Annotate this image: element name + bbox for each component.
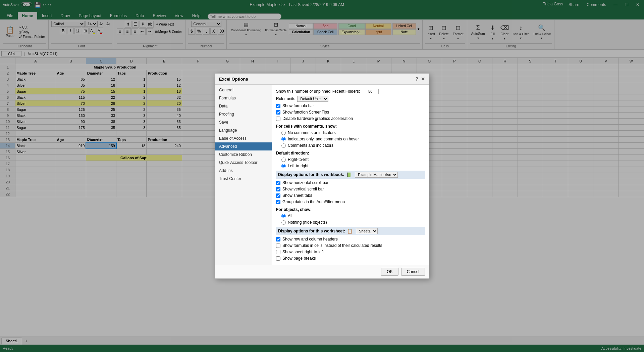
dialog-cancel-button[interactable]: Cancel: [401, 268, 425, 276]
show-sheet-rtl-label: Show sheet right-to-left: [282, 250, 324, 254]
show-page-breaks-checkbox[interactable]: [276, 256, 280, 261]
cells-comments-label: For cells with comments, show:: [276, 124, 425, 129]
unpinned-folders-label: Show this number of unpinned Recent Fold…: [276, 89, 360, 94]
comments-indicators-row: Comments and indicators: [276, 143, 425, 148]
show-sheet-tabs-checkbox[interactable]: [276, 193, 280, 198]
show-vertical-scroll-label: Show vertical scroll bar: [282, 187, 324, 191]
show-formula-bar-label: Show formula bar: [282, 103, 314, 108]
group-dates-checkbox[interactable]: [276, 200, 280, 204]
dialog-footer: OK Cancel: [215, 265, 429, 278]
show-row-col-headers-row: Show row and column headers: [276, 236, 425, 242]
disable-hardware-row: Disable hardware graphics acceleration: [276, 116, 425, 121]
unpinned-folders-input[interactable]: [362, 89, 379, 94]
dialog-title-bar: Excel Options ? ✕: [215, 74, 429, 85]
nav-proofing[interactable]: Proofing: [215, 110, 272, 118]
left-to-right-label: Left-to-right: [288, 164, 308, 168]
indicators-only-label: Indicators only, and comments on hover: [288, 137, 359, 141]
no-comments-label: No comments or indicators: [288, 130, 336, 135]
ruler-units-label: Ruler units: [276, 96, 295, 101]
group-dates-label: Group dates in the AutoFilter menu: [282, 200, 345, 204]
no-comments-radio[interactable]: [281, 131, 286, 135]
show-formulas-cells-label: Show formulas in cells instead of their …: [282, 243, 382, 248]
show-sheet-rtl-row: Show sheet right-to-left: [276, 249, 425, 255]
nav-trust-center[interactable]: Trust Center: [215, 175, 272, 183]
disable-hardware-checkbox[interactable]: [276, 117, 280, 121]
show-screentips-checkbox[interactable]: [276, 110, 280, 115]
worksheet-select[interactable]: Sheet1: [356, 228, 378, 234]
show-formulas-cells-checkbox[interactable]: [276, 244, 280, 248]
nav-save[interactable]: Save: [215, 118, 272, 126]
objects-all-row: All: [276, 213, 425, 219]
excel-options-dialog: Excel Options ? ✕ General Formulas Data …: [215, 73, 429, 279]
indicators-only-radio[interactable]: [281, 137, 286, 141]
display-workbook-header: Display options for this workbook: 📗 Exa…: [276, 171, 425, 179]
show-page-breaks-row: Show page breaks: [276, 256, 425, 261]
show-screentips-label: Show function ScreenTips: [282, 110, 329, 115]
group-dates-row: Group dates in the AutoFilter menu: [276, 199, 425, 205]
show-horizontal-scroll-checkbox[interactable]: [276, 181, 280, 185]
show-horizontal-scroll-row: Show horizontal scroll bar: [276, 180, 425, 185]
nav-formulas[interactable]: Formulas: [215, 94, 272, 102]
worksheet-icon: 📋: [347, 229, 353, 234]
show-formula-bar-row: Show formula bar: [276, 103, 425, 108]
show-screentips-row: Show function ScreenTips: [276, 109, 425, 115]
nav-advanced[interactable]: Advanced: [215, 142, 272, 150]
indicators-only-row: Indicators only, and comments on hover: [276, 136, 425, 142]
workbook-select[interactable]: Example Maple.xlsx: [355, 172, 398, 178]
show-page-breaks-label: Show page breaks: [282, 256, 316, 261]
nav-add-ins[interactable]: Add-ins: [215, 167, 272, 175]
dialog-help-button[interactable]: ?: [415, 76, 418, 82]
display-workbook-label: Display options for this workbook:: [278, 172, 344, 177]
unpinned-folders-row: Show this number of unpinned Recent Fold…: [276, 88, 425, 94]
ruler-units-select[interactable]: Default Units: [297, 96, 328, 102]
dialog-content: Show this number of unpinned Recent Fold…: [272, 85, 429, 265]
display-worksheet-label: Display options for this worksheet:: [278, 229, 345, 233]
nav-quick-access[interactable]: Quick Access Toolbar: [215, 159, 272, 167]
ruler-units-row: Ruler units Default Units: [276, 95, 425, 102]
show-sheet-tabs-row: Show sheet tabs: [276, 193, 425, 198]
display-worksheet-header: Display options for this worksheet: 📋 Sh…: [276, 227, 425, 235]
show-sheet-tabs-label: Show sheet tabs: [282, 193, 312, 198]
default-direction-label: Default direction:: [276, 151, 425, 156]
objects-show-label: For objects, show:: [276, 207, 425, 212]
show-formulas-cells-row: Show formulas in cells instead of their …: [276, 243, 425, 248]
dialog-sidebar: General Formulas Data Proofing Save Lang…: [215, 85, 272, 265]
dialog-ok-button[interactable]: OK: [381, 268, 398, 276]
show-row-col-headers-checkbox[interactable]: [276, 237, 280, 241]
right-to-left-radio[interactable]: [281, 158, 286, 162]
dialog-body: General Formulas Data Proofing Save Lang…: [215, 85, 429, 265]
nav-data[interactable]: Data: [215, 102, 272, 110]
objects-nothing-row: Nothing (hide objects): [276, 220, 425, 225]
workbook-icon: 📗: [346, 172, 352, 177]
modal-overlay: Excel Options ? ✕ General Formulas Data …: [0, 0, 644, 352]
disable-hardware-label: Disable hardware graphics acceleration: [282, 116, 353, 121]
comments-indicators-radio[interactable]: [281, 143, 286, 148]
left-to-right-row: Left-to-right: [276, 163, 425, 169]
show-vertical-scroll-row: Show vertical scroll bar: [276, 186, 425, 192]
nav-language[interactable]: Language: [215, 126, 272, 134]
show-formula-bar-checkbox[interactable]: [276, 104, 280, 108]
dialog-close-button[interactable]: ✕: [421, 76, 425, 82]
objects-all-radio[interactable]: [281, 214, 286, 218]
show-vertical-scroll-checkbox[interactable]: [276, 187, 280, 191]
comments-indicators-label: Comments and indicators: [288, 143, 333, 148]
show-horizontal-scroll-label: Show horizontal scroll bar: [282, 180, 328, 185]
show-row-col-headers-label: Show row and column headers: [282, 237, 338, 241]
nav-general[interactable]: General: [215, 86, 272, 94]
objects-nothing-label: Nothing (hide objects): [288, 220, 327, 225]
show-sheet-rtl-checkbox[interactable]: [276, 250, 280, 254]
right-to-left-label: Right-to-left: [288, 157, 309, 162]
objects-all-label: All: [288, 214, 292, 218]
no-comments-row: No comments or indicators: [276, 130, 425, 135]
dialog-title-icons: ? ✕: [415, 76, 425, 82]
right-to-left-row: Right-to-left: [276, 157, 425, 162]
dialog-title-text: Excel Options: [219, 77, 248, 82]
objects-nothing-radio[interactable]: [281, 220, 286, 225]
nav-customize-ribbon[interactable]: Customize Ribbon: [215, 150, 272, 159]
left-to-right-radio[interactable]: [281, 164, 286, 168]
nav-ease-of-access[interactable]: Ease of Access: [215, 134, 272, 142]
